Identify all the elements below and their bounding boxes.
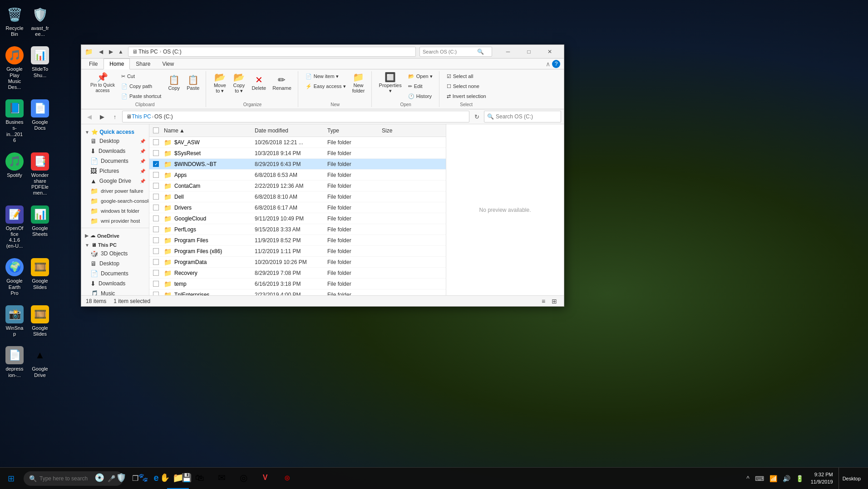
checkbox-recovery[interactable] <box>153 270 159 276</box>
taskbar-app-avg[interactable]: 🛡️ <box>110 467 132 489</box>
help-btn[interactable]: ? <box>552 60 560 68</box>
title-bar-search[interactable]: 🔍 <box>419 47 492 57</box>
file-row-contacam[interactable]: 📁ContaCam2/22/2019 12:36 AMFile folder <box>149 181 446 191</box>
header-type[interactable]: Type <box>327 127 382 134</box>
sidebar-item-windows-bt[interactable]: 📁 windows bt folder <box>85 206 149 216</box>
checkbox-drivers[interactable] <box>153 205 159 210</box>
cut-btn[interactable]: ✂ Cut <box>118 71 164 81</box>
file-check-contacam[interactable] <box>153 183 164 189</box>
addr-forward-btn[interactable]: ▶ <box>97 111 108 122</box>
sidebar-item-pictures[interactable]: 🖼 Pictures 📌 <box>85 166 149 176</box>
checkbox-googlecloud[interactable] <box>153 215 159 221</box>
invert-selection-btn[interactable]: ⇄ Invert selection <box>444 91 489 101</box>
checkbox-apps[interactable] <box>153 172 159 178</box>
desktop-icon-google-play-music[interactable]: 🎵 Google Play Music Des... <box>4 44 25 92</box>
file-check-program-files[interactable] <box>153 237 164 243</box>
checkbox-program-files-x86[interactable] <box>153 248 159 254</box>
taskbar-chrome-btn[interactable]: ◎ <box>232 468 254 489</box>
volume-icon[interactable]: 🔊 <box>781 473 792 484</box>
desktop-icon-avast[interactable]: 🛡️ avast_free... <box>29 4 51 39</box>
addr-refresh-btn[interactable]: ↻ <box>471 111 482 122</box>
checkbox-temp[interactable] <box>153 281 159 287</box>
header-check[interactable] <box>153 127 164 133</box>
file-check-programdata[interactable] <box>153 259 164 265</box>
taskbar-app-malwarebytes[interactable]: 🐾 <box>132 467 154 489</box>
desktop-icon-recycle-bin[interactable]: 🗑️ Recycle Bin <box>4 4 25 39</box>
ribbon-tab-home[interactable]: Home <box>104 59 130 69</box>
sidebar-onedrive-header[interactable]: ▶ ☁ OneDrive <box>81 230 149 240</box>
large-icons-btn[interactable]: ⊞ <box>549 296 559 306</box>
title-path-bar[interactable]: 🖥 This PC › OS (C:) <box>128 47 416 57</box>
sidebar-item-google-drive[interactable]: ▲ Google Drive 📌 <box>85 176 149 186</box>
file-row-googlecloud[interactable]: 📁GoogleCloud9/11/2019 10:49 PMFile folde… <box>149 213 446 224</box>
checkbox-sav-asw[interactable] <box>153 139 159 145</box>
select-none-btn[interactable]: ☐ Select none <box>444 81 489 91</box>
details-view-btn[interactable]: ≡ <box>538 296 548 306</box>
minimize-btn[interactable]: ─ <box>498 45 518 59</box>
show-desktop-btn[interactable]: Desktop <box>838 468 864 489</box>
file-check-recovery[interactable] <box>153 270 164 276</box>
nav-forward-btn[interactable]: ▶ <box>106 47 115 56</box>
checkbox-programdata[interactable] <box>153 259 159 265</box>
file-row-program-files[interactable]: 📁Program Files11/9/2019 8:52 PMFile fold… <box>149 235 446 246</box>
nav-back-btn[interactable]: ◀ <box>96 47 105 56</box>
taskbar-mail-btn[interactable]: ✉ <box>211 468 232 489</box>
sidebar-item-documents-pc[interactable]: 📄 Documents <box>85 269 149 279</box>
header-checkbox[interactable] <box>153 127 159 133</box>
taskbar-app-handbrake[interactable]: ✋ <box>154 467 176 489</box>
file-check-tnlenterprises[interactable] <box>153 292 164 295</box>
checkbox-swindows-bt[interactable]: ✓ <box>153 161 159 167</box>
file-row-temp[interactable]: 📁temp6/16/2019 3:18 PMFile folder <box>149 279 446 289</box>
sidebar-item-driver-failure[interactable]: 📁 driver power failure <box>85 186 149 196</box>
sidebar-item-google-search[interactable]: 📁 google-search-console <box>85 196 149 206</box>
tray-up-arrow[interactable]: ^ <box>745 473 751 484</box>
checkbox-perflogs[interactable] <box>153 226 159 232</box>
header-name[interactable]: Name ▲ <box>164 127 255 134</box>
desktop-icon-google-drive[interactable]: ▲ Google Drive <box>29 344 51 380</box>
new-item-btn[interactable]: 📄 New item ▾ <box>303 71 349 81</box>
addr-search-bar[interactable]: 🔍 <box>484 111 561 122</box>
file-row-sav-asw[interactable]: 📁$AV_ASW10/26/2018 12:21 ...File folder <box>149 137 446 148</box>
copy-path-btn[interactable]: 📄 Copy path <box>118 81 164 91</box>
ribbon-tab-file[interactable]: File <box>83 59 104 69</box>
addr-back-btn[interactable]: ◀ <box>84 111 95 122</box>
taskbar-app-easeus[interactable]: 💾 <box>176 467 197 489</box>
file-row-apps[interactable]: 📁Apps6/8/2018 6:53 AMFile folder <box>149 170 446 181</box>
sidebar-quick-access-header[interactable]: ▼ ⭐ Quick access <box>81 126 149 136</box>
addr-up-btn[interactable]: ↑ <box>109 111 120 122</box>
checkbox-ssysreset[interactable] <box>153 150 159 156</box>
rename-btn[interactable]: ✏ Rename <box>270 71 294 95</box>
file-row-ssysreset[interactable]: 📁$SysReset10/3/2018 9:14 PMFile folder <box>149 148 446 159</box>
taskbar-unknown-btn[interactable]: ⊛ <box>276 468 298 489</box>
ribbon-tab-view[interactable]: View <box>156 59 180 69</box>
file-check-apps[interactable] <box>153 172 164 178</box>
sidebar-item-downloads[interactable]: ⬇ Downloads 📌 <box>85 146 149 156</box>
copy-btn[interactable]: 📋 Copy <box>165 71 183 95</box>
sidebar-item-wmi[interactable]: 📁 wmi provider host <box>85 216 149 226</box>
file-row-dell[interactable]: 📁Dell6/8/2018 8:10 AMFile folder <box>149 191 446 202</box>
file-check-ssysreset[interactable] <box>153 150 164 156</box>
maximize-btn[interactable]: □ <box>518 45 539 59</box>
sidebar-item-downloads-pc[interactable]: ⬇ Downloads <box>85 279 149 289</box>
checkbox-tnlenterprises[interactable] <box>153 292 159 295</box>
sidebar-item-3d-objects[interactable]: 🎲 3D Objects <box>85 249 149 259</box>
file-check-perflogs[interactable] <box>153 226 164 232</box>
file-check-dell[interactable] <box>153 194 164 200</box>
file-row-perflogs[interactable]: 📁PerfLogs9/15/2018 3:33 AMFile folder <box>149 224 446 235</box>
desktop-icon-wondershare[interactable]: 📑 Wondershare PDFElemen... <box>29 151 51 198</box>
file-row-recovery[interactable]: 📁Recovery8/29/2019 7:08 PMFile folder <box>149 268 446 279</box>
properties-btn[interactable]: 🔲 Properties▾ <box>376 71 404 95</box>
ribbon-tab-share[interactable]: Share <box>130 59 156 69</box>
checkbox-contacam[interactable] <box>153 183 159 189</box>
file-row-tnlenterprises[interactable]: 📁TnlEnterprises2/23/2019 4:00 PMFile fol… <box>149 289 446 295</box>
open-btn[interactable]: 📂 Open ▾ <box>405 71 435 81</box>
desktop-icon-google-slides[interactable]: 🎞️ Google Slides <box>29 256 51 298</box>
sidebar-item-desktop[interactable]: 🖥 Desktop 📌 <box>85 136 149 146</box>
battery-icon[interactable]: 🔋 <box>794 473 805 484</box>
file-check-temp[interactable] <box>153 281 164 287</box>
select-all-btn[interactable]: ☑ Select all <box>444 71 489 81</box>
desktop-icon-google-docs[interactable]: 📄 Google Docs <box>29 98 51 145</box>
file-check-googlecloud[interactable] <box>153 215 164 221</box>
header-size[interactable]: Size <box>382 127 418 134</box>
close-btn[interactable]: ✕ <box>539 45 560 59</box>
